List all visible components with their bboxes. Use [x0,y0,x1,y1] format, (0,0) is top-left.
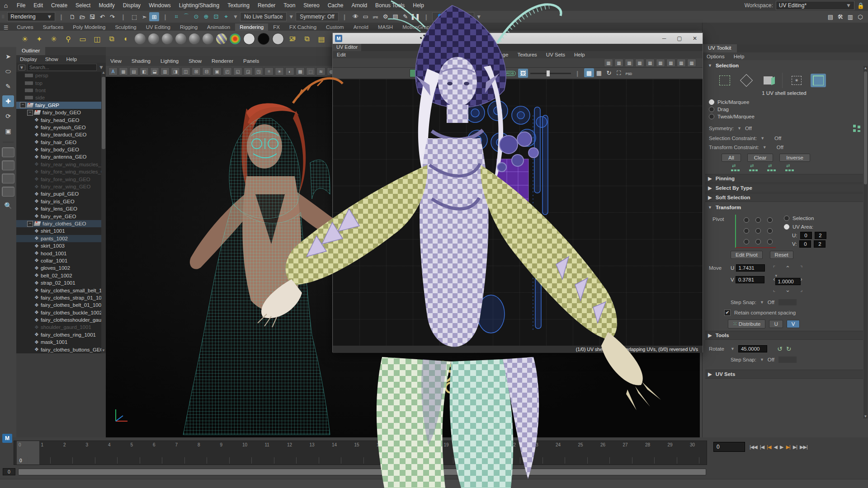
corner-icon[interactable]: ⌟ [800,286,802,293]
live-surface-field[interactable]: No Live Surface [240,12,287,21]
outliner-item-fairy_GRP[interactable]: −fairy_GRP [16,102,106,109]
paint-select-tool-icon[interactable]: ✎ [2,80,14,92]
frame-texture-icon[interactable]: ⛶ [614,69,624,78]
menu-file[interactable]: File [13,1,29,10]
film-gate-icon[interactable]: ◫ [181,67,190,75]
render-settings-icon[interactable]: ⚙ [381,12,391,21]
divider[interactable]: ❙ [119,14,127,20]
selection-mode-radio-tweak-marquee[interactable]: Tweak/Marquee [705,113,863,120]
isolate-uvs-icon[interactable]: ▦ [666,59,675,67]
scrollbar-thumb[interactable] [864,71,867,184]
snap-to-point-icon[interactable]: ⊙ [191,12,201,21]
scroll-up-icon[interactable]: ▲ [863,66,868,70]
lambert-material-icon[interactable] [162,33,173,44]
checker-display-icon[interactable]: ▦ [656,59,665,67]
pixel-snap-icon[interactable]: ▦ [614,59,623,67]
inverse-selection-button[interactable]: Inverse [779,154,810,162]
chevron-down-icon[interactable]: ▼ [760,136,764,141]
menu-edit[interactable]: Edit [29,1,47,10]
shelf-tab-fx[interactable]: FX [269,23,284,31]
select-uv-shell-icon[interactable] [811,74,826,87]
corner-icon[interactable]: ⌝ [800,265,802,271]
outliner-item-fairy_hair_GEO[interactable]: ❖fairy_hair_GEO [16,139,106,146]
go-to-start-button[interactable]: |◀◀ [748,442,759,451]
shelf-tab-turtle[interactable]: TURTLE [444,23,473,31]
outliner-item-pants_1002[interactable]: ❖pants_1002 [16,235,106,242]
multisample-icon[interactable]: ≋ [316,67,326,75]
transform-section-header[interactable]: ▼ Transform [705,202,863,212]
outliner-item-front[interactable]: front [16,87,106,94]
viewport-menu-view[interactable]: View [106,57,126,65]
snap-to-curve-icon[interactable]: ⌒ [181,12,191,21]
transform-constraint-value[interactable]: Off [777,145,783,150]
use-all-lights-icon[interactable]: ☀ [275,67,284,75]
shelf-tab-surfaces[interactable]: Surfaces [38,23,68,31]
symmetry-value[interactable]: Off [745,126,752,131]
flat-white-material-icon[interactable] [243,33,255,45]
selection-mode-radio-drag[interactable]: Drag [705,106,863,113]
v-min-field[interactable]: 0 [799,240,811,248]
modeling-toolkit-toggle-icon[interactable]: ⬡ [855,12,865,21]
image-dim-slider[interactable] [530,73,571,74]
outliner-item-fairy_clothes_ring_1001[interactable]: ❖fairy_clothes_ring_1001 [16,331,106,338]
rotate-tool-icon[interactable]: ⟳ [2,110,14,122]
menu-display[interactable]: Display [119,1,145,10]
flat-black-material-icon[interactable] [258,33,269,45]
textured-icon[interactable]: ⌗ [264,67,274,75]
expander-icon[interactable]: − [27,110,33,116]
outliner-item-skirt_1003[interactable]: ❖skirt_1003 [16,242,106,249]
outliner-item-shirt_1001[interactable]: ❖shirt_1001 [16,227,106,235]
symmetry-field[interactable]: Symmetry: Off [296,12,338,21]
move-right-button[interactable]: › [800,276,802,282]
ambient-light-icon[interactable]: ☀ [19,33,31,45]
menu-windows[interactable]: Windows [145,1,175,10]
outliner-item-mask_1001[interactable]: ❖mask_1001 [16,338,106,346]
chevron-down-icon[interactable]: ▼ [476,14,481,20]
menu-set-dropdown[interactable]: Rendering▼ [7,12,55,21]
stack-shells-icon[interactable] [749,165,759,172]
outliner-item-side[interactable]: side [16,94,106,101]
outliner-item-fairy_eyelash_GEO[interactable]: ❖fairy_eyelash_GEO [16,124,106,131]
chevron-down-icon[interactable]: ▼ [760,300,764,305]
chevron-down-icon[interactable]: ▼ [763,145,767,150]
scroll-down-icon[interactable]: ▼ [863,414,868,418]
field-chart-icon[interactable]: ▣ [212,67,222,75]
outliner-item-fairy_eye_GEO[interactable]: ❖fairy_eye_GEO [16,212,106,220]
select-edge-icon[interactable] [739,74,754,87]
shelf-tab-animation[interactable]: Animation [203,23,235,31]
uv-toolkit-tab[interactable]: UV Toolkit [703,44,737,52]
minimize-button[interactable]: ─ [656,33,672,44]
pivot-position-radio[interactable] [744,239,749,244]
open-render-view-icon[interactable]: 👁 [351,12,361,21]
shell-texture-filter-icon[interactable]: ▩ [584,68,594,77]
uv-sets-section-header[interactable]: ▶ UV Sets [705,370,863,379]
selection-mode-radio-pick-marquee[interactable]: Pick/Marquee [705,99,863,106]
menu-modify[interactable]: Modify [94,1,118,10]
active-texture-name[interactable]: fairy_clothes_baseColor [439,70,502,76]
chevron-down-icon[interactable]: ▼ [288,14,294,20]
viewport-menu-shading[interactable]: Shading [127,57,155,65]
scrollbar-thumb[interactable] [102,77,105,149]
uv-editor-menu-help[interactable]: Help [570,52,589,58]
open-scene-icon[interactable]: 🗁 [77,12,87,21]
outliner-item-fairy_clothes_GEO[interactable]: −fairy_clothes_GEO [16,220,106,227]
frame-selection-icon[interactable]: ▦ [687,59,696,67]
safe-title-icon[interactable]: ◱ [233,67,242,75]
select-uv-icon[interactable]: ✳ [789,74,804,87]
outliner-item-fairy_clothes_buttons_GEO[interactable]: ❖fairy_clothes_buttons_GEO [16,346,106,353]
lasso-select-tool-icon[interactable]: ⬭ [2,66,14,77]
pivot-position-radio[interactable] [767,228,773,234]
blinn-material-icon[interactable] [148,33,159,44]
reset-pivot-button[interactable]: Reset [770,251,793,259]
shelf-tab-arnold[interactable]: Arnold [349,23,373,31]
soft-selection-section-header[interactable]: ▶Soft Selection [705,193,863,202]
shelf-menu-icon[interactable]: ☰ [0,24,12,31]
shelf-tab-curves[interactable]: Curves [12,23,38,31]
light-editor-icon[interactable]: ▤ [316,33,327,45]
retain-spacing-checkbox[interactable]: ✔ [724,310,731,316]
chevron-down-icon[interactable]: ▼ [99,64,104,70]
uv-editor-titlebar[interactable]: M ─▢✕ [333,33,703,44]
persp-outliner-layout-icon[interactable] [2,174,14,183]
lock-icon[interactable]: 🔒 [857,2,864,9]
menu-render[interactable]: Render [254,1,279,10]
